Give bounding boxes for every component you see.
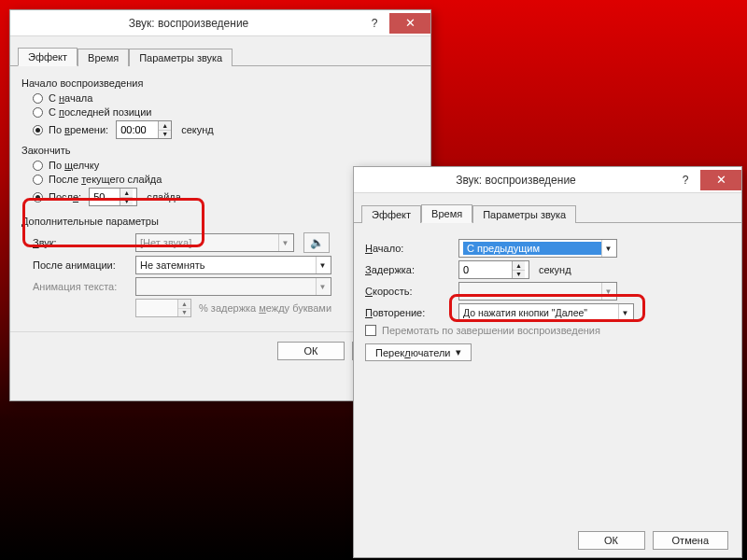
tab-time[interactable]: Время — [78, 49, 129, 66]
radio-on-click-label: По щелчку — [49, 160, 99, 171]
radio-from-start-row[interactable]: С начала — [33, 92, 419, 104]
group-start-playback: Начало воспроизведения С начала С послед… — [21, 77, 419, 139]
sound-preview-button[interactable]: 🔈 — [303, 232, 330, 253]
delay-input[interactable] — [459, 261, 512, 278]
radio-by-time[interactable] — [33, 125, 43, 135]
rewind-label: Перемотать по завершении воспроизведения — [382, 325, 600, 336]
tab-effect[interactable]: Эффект — [361, 205, 421, 223]
tab-bar: Эффект Время Параметры звука — [354, 193, 741, 223]
window-title: Звук: воспроизведение — [18, 17, 359, 30]
rewind-checkbox[interactable] — [365, 325, 376, 336]
cancel-button[interactable]: Отмена — [653, 531, 728, 550]
triggers-button[interactable]: Переключатели ▾ — [365, 343, 472, 361]
group-end-legend: Закончить — [21, 145, 419, 156]
delay-spinner[interactable]: ▲▼ — [458, 260, 529, 279]
chevron-down-icon[interactable]: ▼ — [316, 257, 329, 273]
after-n-spinner[interactable]: ▲▼ — [89, 188, 137, 206]
speaker-icon: 🔈 — [310, 236, 324, 249]
chevron-down-icon: ▾ — [456, 346, 461, 358]
radio-after-current-label: После текущего слайда — [49, 174, 162, 185]
radio-from-last-label: С последней позиции — [49, 106, 151, 118]
close-button[interactable]: ✕ — [389, 13, 430, 34]
by-time-spinner[interactable]: ▲▼ — [116, 120, 172, 139]
tab-sound-params[interactable]: Параметры звука — [129, 49, 233, 66]
ok-button[interactable]: ОК — [578, 531, 645, 550]
anim-text-combo: ▼ — [135, 277, 331, 296]
tab-bar: Эффект Время Параметры звука — [10, 36, 430, 66]
chevron-down-icon: ▼ — [316, 278, 329, 295]
after-n-unit: слайда — [147, 191, 181, 203]
start-value: С предыдущим — [463, 242, 601, 255]
close-button[interactable]: ✕ — [700, 170, 741, 190]
start-label: Начало: — [365, 243, 458, 254]
repeat-label: Повторение: — [365, 307, 458, 318]
spinner-buttons[interactable]: ▲▼ — [158, 121, 171, 138]
delay-label: Задержка: — [365, 264, 458, 275]
tab-time[interactable]: Время — [421, 204, 472, 223]
chevron-down-icon[interactable]: ▼ — [278, 234, 291, 251]
radio-from-last[interactable] — [33, 107, 43, 118]
radio-from-last-row[interactable]: С последней позиции — [33, 106, 419, 118]
radio-by-time-row[interactable]: По времени: ▲▼ секунд — [33, 120, 419, 139]
chevron-down-icon[interactable]: ▼ — [601, 283, 614, 300]
sound-combo[interactable]: [Нет звука] ▼ — [135, 233, 294, 252]
after-anim-value: Не затемнять — [140, 259, 204, 271]
dialog-footer: ОК Отмена — [354, 522, 741, 560]
after-anim-label: После анимации: — [33, 259, 135, 271]
repeat-value: До нажатия кнопки "Далее" — [463, 307, 587, 318]
sound-label: Звук: — [33, 237, 135, 248]
radio-from-start[interactable] — [33, 93, 43, 104]
delay-spinner: ▲▼ — [135, 299, 191, 317]
radio-after-current[interactable] — [33, 175, 43, 185]
delay-input — [136, 300, 177, 316]
window-title: Звук: воспроизведение — [361, 174, 670, 187]
help-button[interactable]: ? — [359, 13, 389, 34]
start-combo[interactable]: С предыдущим ▼ — [458, 239, 617, 258]
spin-up-icon[interactable]: ▲ — [513, 261, 525, 271]
spin-down-icon[interactable]: ▼ — [120, 198, 133, 206]
help-button[interactable]: ? — [670, 170, 700, 190]
tab-sound-params[interactable]: Параметры звука — [472, 205, 576, 223]
titlebar[interactable]: Звук: воспроизведение ? ✕ — [354, 167, 741, 193]
delay-unit: секунд — [539, 264, 571, 275]
spin-up-icon[interactable]: ▲ — [120, 189, 133, 198]
radio-after-n-label: После: — [49, 191, 81, 203]
after-anim-combo[interactable]: Не затемнять ▼ — [135, 256, 331, 274]
spin-down-icon[interactable]: ▼ — [159, 131, 171, 139]
speed-label: Скорость: — [365, 286, 458, 297]
ok-button[interactable]: ОК — [277, 342, 345, 360]
spinner-buttons[interactable]: ▲▼ — [512, 261, 525, 278]
delay-label: % задержка между буквами — [199, 302, 331, 314]
tab-effect[interactable]: Эффект — [18, 48, 78, 66]
anim-text-label: Анимация текста: — [33, 281, 135, 292]
spinner-buttons[interactable]: ▲▼ — [120, 189, 133, 205]
spin-up-icon[interactable]: ▲ — [159, 121, 171, 131]
group-start-legend: Начало воспроизведения — [21, 77, 419, 89]
radio-after-n[interactable] — [33, 192, 43, 203]
speed-combo[interactable]: ▼ — [458, 282, 617, 301]
spin-down-icon[interactable]: ▼ — [513, 271, 525, 279]
dialog-body: Начало: С предыдущим ▼ Задержка: ▲▼ секу… — [354, 223, 741, 522]
repeat-combo[interactable]: До нажатия кнопки "Далее" ▼ — [458, 303, 634, 322]
sound-value: [Нет звука] — [140, 237, 191, 248]
after-n-input[interactable] — [90, 189, 120, 205]
chevron-down-icon[interactable]: ▼ — [601, 240, 614, 257]
by-time-unit: секунд — [181, 124, 214, 135]
radio-on-click[interactable] — [33, 161, 43, 171]
by-time-input[interactable] — [117, 121, 158, 138]
chevron-down-icon[interactable]: ▼ — [618, 304, 631, 321]
radio-from-start-label: С начала — [49, 92, 92, 104]
titlebar[interactable]: Звук: воспроизведение ? ✕ — [10, 10, 430, 36]
radio-by-time-label: По времени: — [49, 124, 108, 135]
dialog-sound-time: Звук: воспроизведение ? ✕ Эффект Время П… — [353, 166, 742, 558]
